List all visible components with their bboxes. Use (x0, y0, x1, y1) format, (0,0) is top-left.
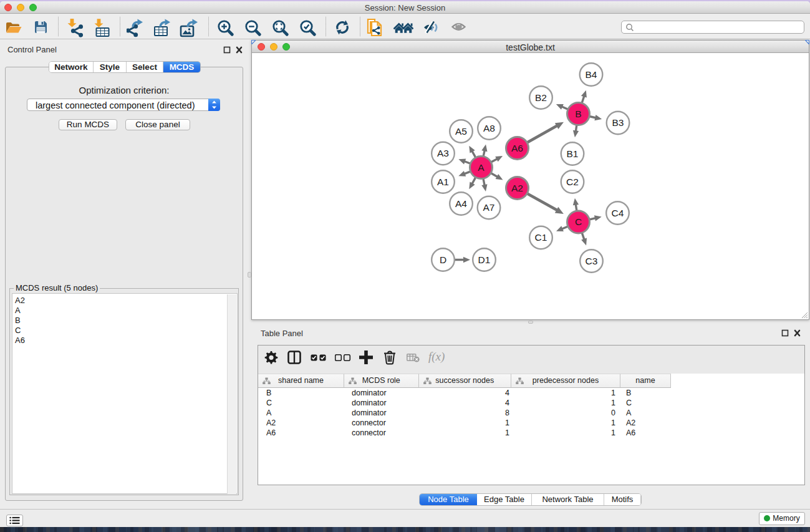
svg-text:D1: D1 (478, 254, 491, 265)
svg-text:A1: A1 (437, 177, 449, 187)
svg-text:D: D (440, 254, 446, 265)
svg-text:B2: B2 (535, 92, 547, 103)
svg-text:A3: A3 (437, 148, 449, 158)
svg-text:A8: A8 (483, 123, 495, 133)
svg-text:A: A (478, 162, 485, 173)
svg-text:f(x): f(x) (428, 351, 445, 364)
svg-text:B4: B4 (586, 69, 597, 80)
svg-text:A5: A5 (455, 126, 467, 137)
svg-text:A4: A4 (455, 198, 467, 209)
svg-text:C2: C2 (566, 177, 579, 187)
svg-text:C1: C1 (535, 232, 547, 243)
svg-text:C: C (575, 216, 582, 227)
svg-text:A7: A7 (483, 202, 495, 213)
svg-text:B1: B1 (567, 148, 579, 159)
svg-text:C4: C4 (612, 208, 624, 218)
svg-text:A2: A2 (511, 183, 523, 193)
svg-text:B: B (575, 109, 581, 119)
svg-text:A6: A6 (511, 143, 523, 153)
svg-text:B3: B3 (612, 117, 624, 128)
svg-text:C3: C3 (586, 256, 598, 266)
